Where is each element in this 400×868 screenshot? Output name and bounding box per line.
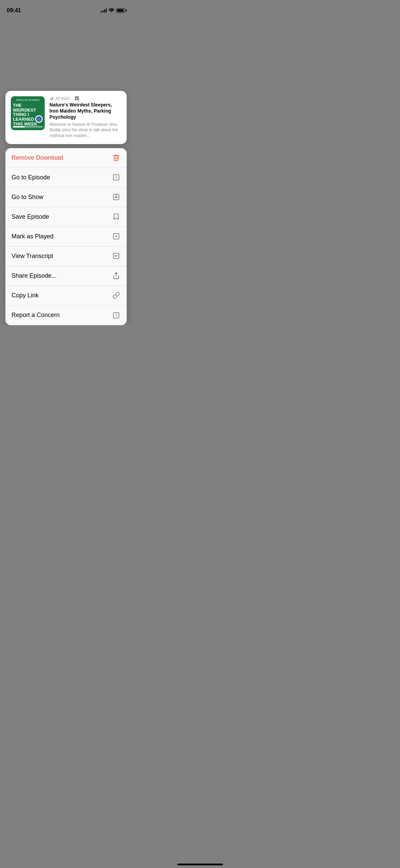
go-to-show-button[interactable]: Go to Show — [5, 188, 127, 207]
wifi-icon — [109, 7, 114, 14]
link-icon — [112, 291, 121, 300]
podcast-artwork: POPULAR SCIENCE THEWEIRDESTTHING ILEARNE… — [11, 96, 45, 130]
status-bar: 09:41 — [0, 0, 132, 16]
episode-meta: 2D AGO · E — [49, 96, 121, 100]
share-icon — [112, 271, 121, 280]
battery-icon — [116, 8, 125, 13]
info-icon — [112, 173, 121, 182]
share-episode-button[interactable]: Share Episode... — [5, 266, 127, 286]
trash-icon — [112, 153, 121, 162]
meta-signal-icon — [49, 97, 53, 100]
view-transcript-label: View Transcript — [12, 253, 53, 260]
share-episode-label: Share Episode... — [12, 272, 57, 279]
go-to-show-label: Go to Show — [12, 194, 43, 201]
episode-card: POPULAR SCIENCE THEWEIRDESTTHING ILEARNE… — [5, 91, 127, 144]
artwork-title: THEWEIRDESTTHING ILEARNEDTHIS WEEK — [13, 103, 43, 126]
svg-rect-7 — [113, 253, 119, 259]
context-menu: Remove Download Go to Episode — [5, 148, 127, 325]
transcript-icon — [112, 252, 121, 260]
save-episode-button[interactable]: Save Episode — [5, 207, 127, 227]
go-to-episode-button[interactable]: Go to Episode — [5, 168, 127, 188]
copy-link-label: Copy Link — [12, 292, 39, 299]
podcast-icon — [112, 193, 121, 201]
report-concern-label: Report a Concern — [12, 312, 60, 319]
explicit-badge: E — [75, 96, 79, 100]
mark-as-played-label: Mark as Played — [12, 233, 54, 240]
status-icons — [101, 7, 125, 14]
bookmark-icon — [112, 212, 121, 221]
episode-description: Welcome to Season 8! Producer Jess Boddy… — [49, 122, 121, 139]
copy-link-button[interactable]: Copy Link — [5, 286, 127, 305]
mark-as-played-button[interactable]: Mark as Played — [5, 227, 127, 246]
artwork-eye — [35, 115, 43, 123]
meta-separator: · — [72, 96, 73, 100]
artwork-progress — [13, 126, 43, 127]
remove-download-button[interactable]: Remove Download — [5, 148, 127, 168]
save-episode-label: Save Episode — [12, 213, 49, 220]
main-content: POPULAR SCIENCE THEWEIRDESTTHING ILEARNE… — [0, 91, 132, 325]
report-concern-button[interactable]: Report a Concern — [5, 305, 127, 325]
signal-icon — [101, 8, 107, 13]
episode-title: Nature's Weirdest Sleepers, Iron Maiden … — [49, 102, 121, 120]
status-time: 09:41 — [7, 7, 21, 14]
view-transcript-button[interactable]: View Transcript — [5, 246, 127, 266]
episode-info: 2D AGO · E Nature's Weirdest Sleepers, I… — [49, 96, 121, 139]
report-icon — [112, 311, 121, 320]
episode-age: 2D AGO — [55, 96, 70, 100]
artwork-top-label: POPULAR SCIENCE — [11, 99, 45, 101]
check-icon — [112, 232, 121, 241]
go-to-episode-label: Go to Episode — [12, 174, 50, 181]
remove-download-label: Remove Download — [12, 154, 63, 161]
